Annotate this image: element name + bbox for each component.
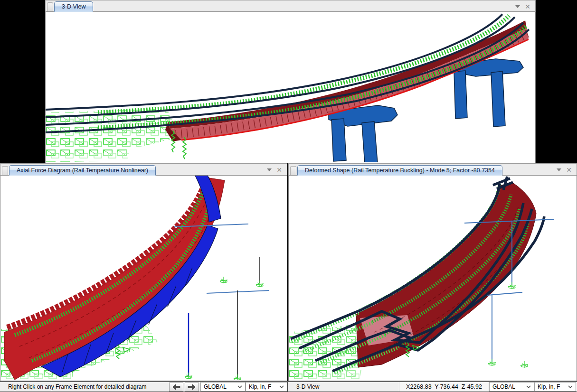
- tab-axial-force[interactable]: Axial Force Diagram (Rail Temperature No…: [9, 165, 156, 176]
- chevron-down-icon: [279, 385, 284, 388]
- units-value: Kip, in, F: [538, 383, 560, 390]
- deformed-shape-model: [289, 176, 577, 380]
- units-dropdown[interactable]: Kip, in, F: [246, 382, 287, 392]
- right-arrow-icon: [188, 384, 196, 390]
- active-view-name: 3-D View: [288, 383, 399, 390]
- units-dropdown[interactable]: Kip, in, F: [534, 382, 576, 392]
- window-axial-force: Axial Force Diagram (Rail Temperature No…: [0, 163, 287, 381]
- window-3d-view: 3-D View ✕: [45, 0, 536, 163]
- status-bar: Right Click on any Frame Element for det…: [0, 381, 577, 392]
- units-value: Kip, in, F: [249, 383, 271, 390]
- window-grip: [2, 166, 8, 175]
- window-grip: [290, 166, 296, 175]
- 3d-view-canvas[interactable]: [45, 12, 536, 163]
- status-left-section: Right Click on any Frame Element for det…: [0, 382, 287, 392]
- status-message: Right Click on any Frame Element for det…: [0, 383, 169, 390]
- window-titlebar: 3-D View ✕: [45, 0, 536, 12]
- chevron-down-icon: [526, 385, 531, 388]
- axial-force-model: [0, 176, 287, 380]
- pier-bent-1: [329, 105, 397, 162]
- coordinate-system-value: GLOBAL: [492, 383, 515, 390]
- window-titlebar: Axial Force Diagram (Rail Temperature No…: [0, 163, 287, 176]
- window-deformed-shape: Deformed Shape (Rail Temperature Bucklin…: [288, 163, 577, 381]
- close-icon[interactable]: ✕: [525, 3, 530, 10]
- chevron-down-icon: [568, 385, 573, 388]
- prev-view-button[interactable]: [169, 383, 183, 392]
- deformed-shape-view-canvas[interactable]: [288, 176, 577, 381]
- cursor-coordinates: X2268.83 Y-736.44 Z-45.92: [399, 382, 489, 392]
- window-menu-icon[interactable]: [557, 168, 561, 171]
- coordinate-system-dropdown[interactable]: GLOBAL: [489, 382, 534, 392]
- tab-3d-view[interactable]: 3-D View: [54, 1, 93, 12]
- coordinate-system-value: GLOBAL: [204, 383, 227, 390]
- axial-force-view-canvas[interactable]: [0, 176, 287, 381]
- window-menu-icon[interactable]: [515, 5, 520, 8]
- bridge-3d-model: [46, 12, 535, 162]
- window-titlebar: Deformed Shape (Rail Temperature Bucklin…: [288, 163, 577, 176]
- close-icon[interactable]: ✕: [276, 167, 282, 173]
- close-icon[interactable]: ✕: [566, 167, 572, 173]
- next-view-button[interactable]: [185, 383, 199, 392]
- window-menu-icon[interactable]: [267, 168, 272, 171]
- app-root: { "windows": { "top": { "tab": "3-D View…: [0, 0, 577, 392]
- tab-deformed-shape[interactable]: Deformed Shape (Rail Temperature Bucklin…: [297, 165, 502, 176]
- support-glyphs: [488, 282, 528, 368]
- coordinate-system-dropdown[interactable]: GLOBAL: [200, 382, 246, 392]
- chevron-down-icon: [237, 385, 242, 388]
- left-arrow-icon: [172, 384, 180, 390]
- status-right-section: 3-D View X2268.83 Y-736.44 Z-45.92 GLOBA…: [287, 382, 576, 392]
- window-grip: [47, 2, 53, 11]
